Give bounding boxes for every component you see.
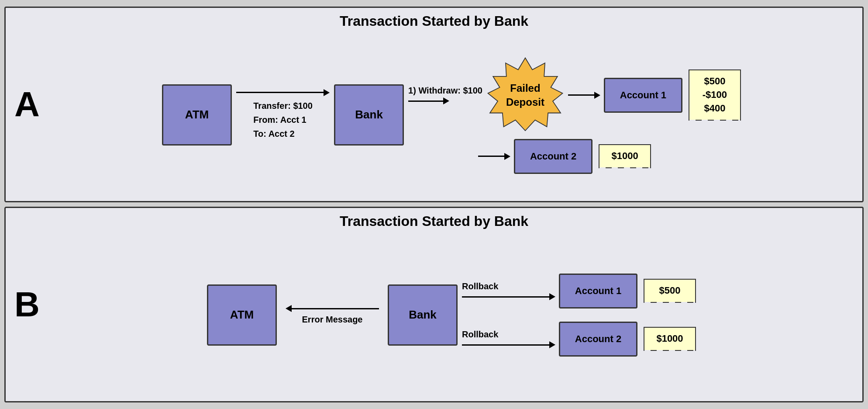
rollback-label-top: Rollback <box>462 281 498 291</box>
panel-a-bank: Bank <box>334 84 404 146</box>
account2-row: Account 2 $1000 <box>478 139 651 174</box>
panel-a-account1-receipt: $500-$100$400 <box>689 69 741 120</box>
rollback1-row: Rollback Account 1 $500 <box>462 274 696 308</box>
bank-atm-arrow <box>286 305 379 312</box>
starburst-account1-arrow <box>568 92 600 99</box>
panel-b-account1: Account 1 <box>559 274 637 308</box>
panel-a-account1: Account 1 <box>604 78 682 113</box>
panel-a: A Transaction Started by Bank ATM Transf… <box>4 7 864 202</box>
transfer-text: Transfer: $100From: Acct 1To: Acct 2 <box>253 99 313 141</box>
panel-a-account2: Account 2 <box>514 139 592 174</box>
panel-b-account2: Account 2 <box>559 322 637 357</box>
panel-a-content: ATM Transfer: $100From: Acct 1To: Acct 2… <box>48 34 855 196</box>
panel-a-account2-receipt: $1000 <box>599 144 651 168</box>
panel-a-title: Transaction Started by Bank <box>13 13 855 29</box>
panel-b-title: Transaction Started by Bank <box>13 213 855 229</box>
error-message-label: Error Message <box>302 315 363 325</box>
starburst-account2-arrow <box>478 153 510 160</box>
panel-b-content: ATM Error Message Bank Rollback <box>48 234 855 396</box>
atm-bank-arrow <box>236 89 330 96</box>
withdraw-label: 1) Withdraw: $100 <box>408 86 482 96</box>
panel-b-account2-receipt: $1000 <box>644 327 696 351</box>
failed-deposit-starburst: FailedDeposit <box>486 56 565 135</box>
panel-b: B Transaction Started by Bank ATM Error … <box>4 207 864 402</box>
panel-a-atm: ATM <box>162 84 232 146</box>
panel-b-account-arrows: Rollback Account 1 $500 Rollback <box>462 274 696 357</box>
panel-b-atm: ATM <box>207 284 277 346</box>
failed-deposit-text: FailedDeposit <box>506 81 544 108</box>
withdraw-row: 1) Withdraw: $100 FailedDeposit <box>408 56 741 135</box>
rollback-label-bottom: Rollback <box>462 329 498 340</box>
panel-b-label: B <box>14 284 40 325</box>
panel-a-label: A <box>14 84 40 125</box>
rollback2-row: Rollback Account 2 $1000 <box>462 322 696 357</box>
panel-b-account1-receipt: $500 <box>644 279 696 303</box>
panel-b-bank: Bank <box>388 284 458 346</box>
